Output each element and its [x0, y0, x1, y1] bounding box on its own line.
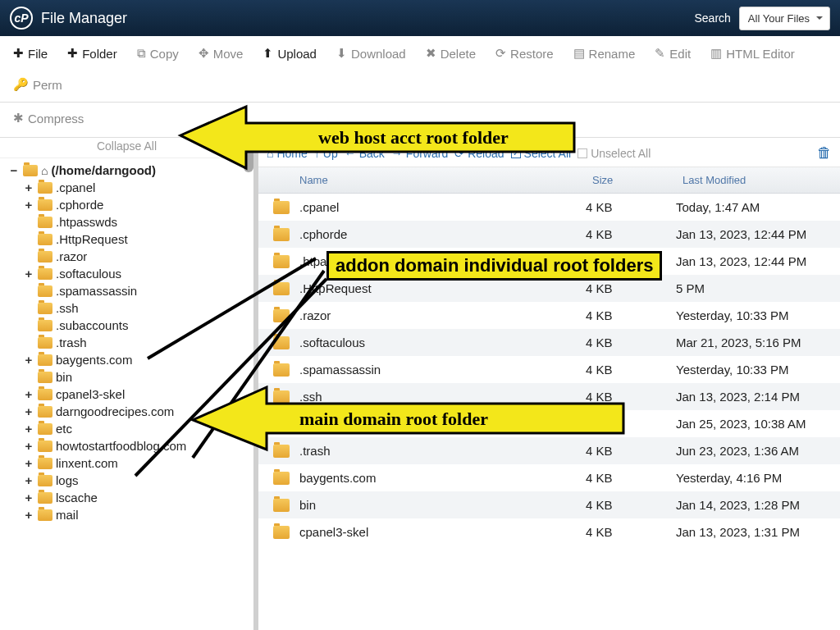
- new-folder-button[interactable]: ✚Folder: [61, 41, 124, 66]
- tree-item-label: .HttpRequest: [56, 232, 128, 246]
- table-row[interactable]: .spamassassin4 KBYesterday, 10:33 PM: [258, 356, 840, 383]
- upload-button[interactable]: ⬆Upload: [256, 41, 323, 66]
- tree-item[interactable]: +etc: [23, 420, 253, 437]
- expand-icon[interactable]: +: [23, 473, 34, 487]
- expand-icon[interactable]: +: [23, 267, 34, 281]
- tree-item[interactable]: bin: [23, 368, 253, 386]
- row-name: .trash: [299, 444, 586, 458]
- tree-item[interactable]: .razor: [23, 248, 253, 265]
- tree-item-label: mail: [56, 508, 79, 522]
- tree-item[interactable]: +.softaculous: [23, 265, 253, 282]
- nav-up[interactable]: ↑ Up: [314, 147, 338, 160]
- table-row[interactable]: .razor4 KBYesterday, 10:33 PM: [258, 302, 840, 329]
- move-button[interactable]: ✥Move: [192, 41, 250, 66]
- expand-icon[interactable]: +: [23, 456, 34, 470]
- row-modified: Jun 23, 2023, 1:36 AM: [676, 444, 840, 458]
- new-file-button[interactable]: ✚File: [7, 41, 54, 66]
- tree-item[interactable]: +lscache: [23, 489, 253, 506]
- tree-root[interactable]: − ⌂ (/home/darngood): [8, 162, 253, 179]
- nav-unselect-all[interactable]: Unselect All: [578, 147, 651, 160]
- tree-item[interactable]: .subaccounts: [23, 317, 253, 334]
- nav-reload[interactable]: ⟳ Reload: [454, 147, 504, 160]
- delete-button[interactable]: ✖Delete: [419, 41, 482, 66]
- row-size: 4 KB: [586, 281, 676, 295]
- nav-back-label: Back: [359, 147, 385, 160]
- tree-item[interactable]: +.cpanel: [23, 179, 253, 196]
- tree-item[interactable]: .htpasswds: [23, 213, 253, 231]
- row-size: 4 KB: [586, 308, 676, 322]
- expand-icon[interactable]: +: [23, 508, 34, 522]
- col-name[interactable]: Name: [258, 172, 586, 188]
- nav-back[interactable]: ← Back: [345, 147, 385, 160]
- tree-item[interactable]: .ssh: [23, 299, 253, 317]
- nav-select-all-label: Select All: [524, 147, 572, 160]
- permissions-button[interactable]: 🔑Perm: [7, 72, 69, 97]
- table-row[interactable]: .trash4 KBJun 23, 2023, 1:36 AM: [258, 437, 840, 464]
- folder-icon: [38, 458, 52, 469]
- nav-home[interactable]: ⌂ Home: [267, 147, 308, 160]
- tree-item[interactable]: .spamassassin: [23, 282, 253, 299]
- table-row[interactable]: .softaculous4 KBMar 21, 2023, 5:16 PM: [258, 329, 840, 356]
- table-row[interactable]: .cpanel4 KBToday, 1:47 AM: [258, 194, 840, 221]
- compress-button[interactable]: ✱Compress: [7, 106, 90, 130]
- table-row[interactable]: .subaccounts4 KBJan 25, 2023, 10:38 AM: [258, 410, 840, 437]
- nav-forward[interactable]: → Forward: [391, 147, 448, 160]
- col-modified[interactable]: Last Modified: [676, 172, 840, 188]
- folder-icon: [273, 418, 290, 431]
- expand-icon[interactable]: +: [23, 198, 34, 212]
- tree-item[interactable]: +linxent.com: [23, 454, 253, 472]
- check-icon: ✓: [511, 148, 521, 158]
- row-size: 4 KB: [586, 254, 676, 268]
- move-icon: ✥: [199, 46, 209, 61]
- expand-icon[interactable]: +: [23, 180, 34, 194]
- expand-icon[interactable]: +: [23, 404, 34, 418]
- copy-button[interactable]: ⧉Copy: [130, 41, 185, 66]
- tree-item[interactable]: .trash: [23, 334, 253, 351]
- row-name: baygents.com: [299, 471, 586, 485]
- download-icon: ⬇: [336, 46, 347, 61]
- expand-icon[interactable]: +: [23, 387, 34, 401]
- nav-select-all[interactable]: ✓Select All: [511, 147, 572, 160]
- expand-icon[interactable]: +: [23, 439, 34, 453]
- download-button[interactable]: ⬇Download: [330, 41, 413, 66]
- table-row[interactable]: .HttpRequest4 KB5 PM: [258, 275, 840, 302]
- table-row[interactable]: baygents.com4 KBYesterday, 4:16 PM: [258, 464, 840, 491]
- folder-icon: [273, 228, 290, 241]
- table-row[interactable]: .ssh4 KBJan 13, 2023, 2:14 PM: [258, 383, 840, 410]
- tree-item-label: cpanel3-skel: [56, 387, 125, 401]
- search-scope-select[interactable]: All Your Files: [739, 7, 830, 30]
- delete-icon: ✖: [426, 46, 436, 61]
- restore-button[interactable]: ⟳Restore: [489, 41, 560, 66]
- nav-trash-icon[interactable]: 🗑: [817, 144, 832, 162]
- tree-item[interactable]: +logs: [23, 472, 253, 489]
- tree-item[interactable]: +.cphorde: [23, 196, 253, 213]
- col-size[interactable]: Size: [586, 172, 676, 188]
- edit-button[interactable]: ✎Edit: [648, 41, 697, 66]
- tree-item[interactable]: +darngoodrecipes.com: [23, 403, 253, 420]
- download-label: Download: [351, 47, 406, 61]
- tree-item[interactable]: +cpanel3-skel: [23, 386, 253, 403]
- tree-item[interactable]: .HttpRequest: [23, 231, 253, 248]
- collapse-all-button[interactable]: Collapse All: [0, 138, 253, 158]
- tree-item[interactable]: +mail: [23, 506, 253, 523]
- tree-item[interactable]: +howtostartfoodblog.com: [23, 437, 253, 454]
- table-row[interactable]: bin4 KBJan 14, 2023, 1:28 PM: [258, 491, 840, 518]
- folder-icon: [38, 492, 52, 504]
- expand-icon[interactable]: +: [23, 422, 34, 436]
- table-row[interactable]: .cphorde4 KBJan 13, 2023, 12:44 PM: [258, 221, 840, 248]
- restore-label: Restore: [510, 47, 554, 61]
- tree-item[interactable]: +baygents.com: [23, 351, 253, 368]
- tree-scrollbar[interactable]: [244, 138, 253, 172]
- collapse-icon[interactable]: −: [8, 163, 20, 177]
- table-row[interactable]: .htpasswds4 KBJan 13, 2023, 12:44 PM: [258, 248, 840, 275]
- tree-item-label: .trash: [56, 336, 87, 349]
- html-editor-button[interactable]: ▥HTML Editor: [704, 41, 801, 66]
- expand-icon[interactable]: +: [23, 353, 34, 367]
- table-row[interactable]: cpanel3-skel4 KBJan 13, 2023, 1:31 PM: [258, 518, 840, 546]
- row-size: 4 KB: [586, 444, 676, 458]
- rename-button[interactable]: ▤Rename: [567, 41, 642, 66]
- expand-icon[interactable]: +: [23, 491, 34, 504]
- tree-item-label: howtostartfoodblog.com: [56, 439, 186, 453]
- folder-icon: [23, 165, 38, 176]
- tree-item-label: darngoodrecipes.com: [56, 404, 174, 418]
